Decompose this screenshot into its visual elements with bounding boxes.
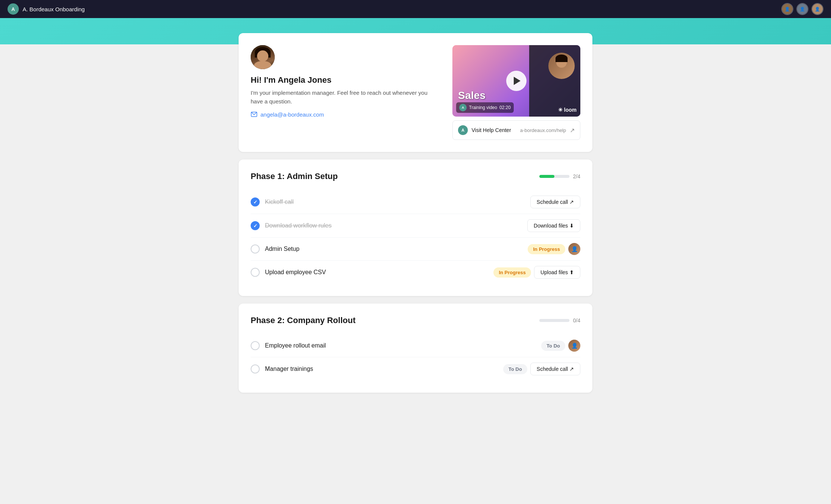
task-row-employee-rollout: Employee rollout emailTo Do👤 xyxy=(251,334,580,357)
phase-card-1: Phase 2: Company Rollout0/4Employee roll… xyxy=(239,304,592,393)
video-title: Training video xyxy=(469,105,497,110)
phase-card-0: Phase 1: Admin Setup2/4✓Kickoff callSche… xyxy=(239,159,592,296)
phase-header-0: Phase 1: Admin Setup2/4 xyxy=(251,172,580,181)
intro-desc: I'm your implementation manager. Feel fr… xyxy=(251,89,437,106)
progress-count-0: 2/4 xyxy=(573,173,580,179)
task-checkbox-employee-rollout[interactable] xyxy=(251,341,260,350)
video-duration: 02:20 xyxy=(499,105,511,110)
task-row-admin-setup: Admin SetupIn Progress👤 xyxy=(251,238,580,261)
main-content: Hi! I'm Angela Jones I'm your implementa… xyxy=(231,33,600,415)
loom-logo: ✳ loom xyxy=(558,107,577,113)
nav-logo-avatar: A xyxy=(8,3,19,15)
task-checkbox-manager-trainings[interactable] xyxy=(251,364,260,373)
task-actions-admin-setup: In Progress👤 xyxy=(528,243,580,255)
avatar-img-2: 👤 xyxy=(797,4,808,14)
progress-count-1: 0/4 xyxy=(573,317,580,323)
external-link-icon: ↗ xyxy=(570,127,575,134)
badge-manager-trainings: To Do xyxy=(503,364,527,374)
video-thumbnail[interactable]: Sales A Training video 02:20 ✳ loom xyxy=(452,45,580,117)
nav-avatar-2[interactable]: 👤 xyxy=(796,3,808,15)
badge-admin-setup: In Progress xyxy=(528,244,565,254)
badge-upload-csv: In Progress xyxy=(493,267,531,278)
task-label-kickoff-call: Kickoff call xyxy=(265,199,525,205)
nav-avatar-1[interactable]: 👤 xyxy=(781,3,793,15)
task-checkbox-kickoff-call[interactable]: ✓ xyxy=(251,197,260,206)
task-avatar-employee-rollout: 👤 xyxy=(568,340,580,352)
help-avatar: A xyxy=(458,125,468,135)
topnav: A A. Bordeaux Onboarding 👤 👤 👤 xyxy=(0,0,831,18)
phase-header-1: Phase 2: Company Rollout0/4 xyxy=(251,316,580,325)
task-row-upload-csv: Upload employee CSVIn ProgressUpload fil… xyxy=(251,261,580,284)
intro-left: Hi! I'm Angela Jones I'm your implementa… xyxy=(251,45,437,118)
phase-title-0: Phase 1: Admin Setup xyxy=(251,172,338,181)
video-info-avatar: A xyxy=(459,104,467,111)
intro-email-link[interactable]: angela@a-bordeaux.com xyxy=(251,111,437,118)
avatar-img-3: 👤 xyxy=(812,4,823,14)
task-label-upload-csv: Upload employee CSV xyxy=(265,269,488,276)
task-label-manager-trainings: Manager trainings xyxy=(265,366,498,372)
progress-bar-0 xyxy=(539,175,569,178)
task-row-manager-trainings: Manager trainingsTo DoSchedule call ↗ xyxy=(251,357,580,381)
intro-greeting: Hi! I'm Angela Jones xyxy=(251,75,437,85)
play-triangle-icon xyxy=(514,77,521,85)
manager-avatar xyxy=(251,45,275,69)
play-button[interactable] xyxy=(506,71,527,91)
help-center-link[interactable]: A Visit Help Center a-bordeaux.com/help … xyxy=(452,120,580,140)
phase-progress-0: 2/4 xyxy=(539,173,580,179)
progress-fill-0 xyxy=(539,175,554,178)
action-btn-manager-trainings[interactable]: Schedule call ↗ xyxy=(530,363,580,375)
task-label-employee-rollout: Employee rollout email xyxy=(265,342,536,349)
phase-title-1: Phase 2: Company Rollout xyxy=(251,316,356,325)
task-checkbox-download-workflow[interactable]: ✓ xyxy=(251,221,260,230)
checkmark-icon: ✓ xyxy=(253,223,257,229)
task-label-download-workflow: Download workflow rules xyxy=(265,222,522,229)
email-address: angela@a-bordeaux.com xyxy=(260,111,324,118)
nav-avatar-3[interactable]: 👤 xyxy=(811,3,823,15)
task-actions-kickoff-call: Schedule call ↗ xyxy=(530,196,580,208)
avatar-inner-admin-setup: 👤 xyxy=(568,243,580,255)
action-btn-upload-csv[interactable]: Upload files ⬆ xyxy=(534,266,580,279)
nav-right: 👤 👤 👤 xyxy=(781,3,823,15)
task-checkbox-admin-setup[interactable] xyxy=(251,244,260,254)
task-actions-upload-csv: In ProgressUpload files ⬆ xyxy=(493,266,580,279)
checkmark-icon: ✓ xyxy=(253,199,257,205)
email-icon xyxy=(251,111,257,118)
task-row-kickoff-call: ✓Kickoff callSchedule call ↗ xyxy=(251,190,580,214)
badge-employee-rollout: To Do xyxy=(541,341,565,351)
help-center-label: Visit Help Center xyxy=(472,127,515,133)
help-center-url: a-bordeaux.com/help xyxy=(520,128,566,133)
avatar-img-1: 👤 xyxy=(782,4,793,14)
nav-left: A A. Bordeaux Onboarding xyxy=(8,3,85,15)
avatar-inner-employee-rollout: 👤 xyxy=(568,340,580,352)
task-actions-employee-rollout: To Do👤 xyxy=(541,340,580,352)
task-avatar-admin-setup: 👤 xyxy=(568,243,580,255)
phase-progress-1: 0/4 xyxy=(539,317,580,323)
intro-card: Hi! I'm Angela Jones I'm your implementa… xyxy=(239,33,592,152)
phases-container: Phase 1: Admin Setup2/4✓Kickoff callSche… xyxy=(239,159,592,393)
action-btn-download-workflow[interactable]: Download files ⬇ xyxy=(527,219,580,232)
action-btn-kickoff-call[interactable]: Schedule call ↗ xyxy=(530,196,580,208)
task-label-admin-setup: Admin Setup xyxy=(265,246,522,252)
task-row-download-workflow: ✓Download workflow rulesDownload files ⬇ xyxy=(251,214,580,238)
progress-bar-1 xyxy=(539,319,569,322)
task-actions-download-workflow: Download files ⬇ xyxy=(527,219,580,232)
task-checkbox-upload-csv[interactable] xyxy=(251,268,260,277)
video-info: A Training video 02:20 xyxy=(456,102,514,113)
nav-title: A. Bordeaux Onboarding xyxy=(23,6,85,12)
task-actions-manager-trainings: To DoSchedule call ↗ xyxy=(503,363,580,375)
intro-right: Sales A Training video 02:20 ✳ loom xyxy=(452,45,580,140)
